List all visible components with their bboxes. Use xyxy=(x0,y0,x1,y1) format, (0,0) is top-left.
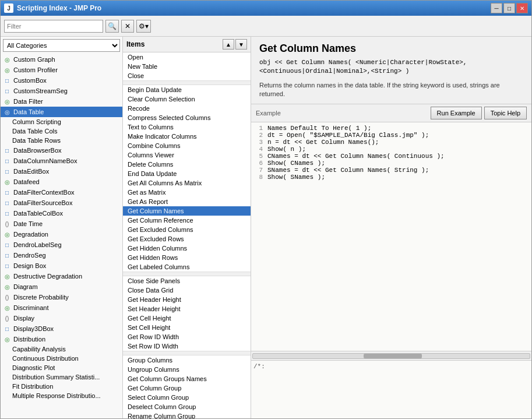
search-button[interactable]: 🔍 xyxy=(105,20,119,33)
category-label-discrete-probability: Discrete Probability xyxy=(13,294,69,301)
topic-help-button[interactable]: Topic Help xyxy=(484,107,527,119)
item-entry-ungroup-columns[interactable]: Ungroup Columns xyxy=(123,365,251,374)
item-entry-get-as-matrix[interactable]: Get as Matrix xyxy=(123,188,251,197)
item-entry-new-table[interactable]: New Table xyxy=(123,62,251,71)
category-item-continuous-distribution[interactable]: Continuous Distribution xyxy=(1,354,122,363)
category-dropdown[interactable]: All Categories xyxy=(3,39,120,52)
category-label-design-box: Design Box xyxy=(13,262,46,269)
category-item-diagnostic-plot[interactable]: Diagnostic Plot xyxy=(1,363,122,372)
category-item-diagram[interactable]: ◎Diagram xyxy=(1,281,122,292)
category-item-distribution[interactable]: ◎Distribution xyxy=(1,334,122,344)
item-entry-end-data-update[interactable]: End Data Update xyxy=(123,169,251,178)
code-area[interactable]: 1Names Default To Here( 1 );2dt = Open( … xyxy=(251,122,531,351)
category-item-datafiltersourcebox[interactable]: □DataFilterSourceBox xyxy=(1,198,122,208)
item-entry-get-column-groups-names[interactable]: Get Column Groups Names xyxy=(123,374,251,383)
category-item-display[interactable]: ()Display xyxy=(1,313,122,323)
category-item-datacolumnnamebox[interactable]: □DataColumnNameBox xyxy=(1,156,122,166)
categories-panel: All Categories ◎Custom Graph◎Custom Prof… xyxy=(1,37,123,418)
item-entry-make-indicator-columns[interactable]: Make Indicator Columns xyxy=(123,132,251,141)
run-example-button[interactable]: Run Example xyxy=(431,107,482,119)
category-item-data-table-cols[interactable]: Data Table Cols xyxy=(1,126,122,136)
settings-button[interactable]: ⚙▾ xyxy=(136,20,151,33)
item-entry-get-hidden-rows[interactable]: Get Hidden Rows xyxy=(123,253,251,262)
item-entry-get-all-columns-as-matrix[interactable]: Get All Columns As Matrix xyxy=(123,178,251,188)
category-item-multiple-response[interactable]: Multiple Response Distributio... xyxy=(1,391,122,400)
item-entry-get-column-names[interactable]: Get Column Names xyxy=(123,206,251,216)
line-number: 6 xyxy=(253,160,267,167)
maximize-button[interactable]: □ xyxy=(503,3,515,13)
category-item-degradation[interactable]: ◎Degradation xyxy=(1,229,122,240)
clear-filter-button[interactable]: ✕ xyxy=(121,20,134,33)
category-item-destructive-degradation[interactable]: ◎Destructive Degradation xyxy=(1,271,122,281)
item-entry-delete-columns[interactable]: Delete Columns xyxy=(123,160,251,169)
item-entry-get-labeled-columns[interactable]: Get Labeled Columns xyxy=(123,262,251,272)
category-item-data-filter[interactable]: ◎Data Filter xyxy=(1,96,122,107)
item-entry-deselect-column-group[interactable]: Deselect Column Group xyxy=(123,402,251,411)
items-nav-up[interactable]: ▲ xyxy=(223,39,234,50)
category-item-dataeditbox[interactable]: □DataEditBox xyxy=(1,166,122,177)
item-entry-set-row-id-width[interactable]: Set Row ID Width xyxy=(123,341,251,351)
item-entry-get-column-reference[interactable]: Get Column Reference xyxy=(123,216,251,225)
item-entry-open[interactable]: Open xyxy=(123,52,251,62)
horizontal-scrollbar[interactable] xyxy=(251,351,531,360)
item-entry-get-excluded-rows[interactable]: Get Excluded Rows xyxy=(123,234,251,244)
category-item-customstreamseg[interactable]: □CustomStreamSeg xyxy=(1,86,122,96)
item-entry-text-to-columns[interactable]: Text to Columns xyxy=(123,122,251,132)
item-entry-columns-viewer[interactable]: Columns Viewer xyxy=(123,150,251,160)
category-item-discrete-probability[interactable]: ()Discrete Probability xyxy=(1,292,122,302)
category-item-capability-analysis[interactable]: Capability Analysis xyxy=(1,344,122,354)
category-item-distribution-summary[interactable]: Distribution Summary Statisti... xyxy=(1,372,122,382)
toolbar: 🔍 ✕ ⚙▾ xyxy=(1,16,531,37)
item-entry-compress-selected-columns[interactable]: Compress Selected Columns xyxy=(123,113,251,122)
item-entry-close-side-panels[interactable]: Close Side Panels xyxy=(123,276,251,286)
category-item-datatablecolbox[interactable]: □DataTableColBox xyxy=(1,208,122,219)
line-number: 5 xyxy=(253,153,267,160)
item-entry-get-header-height[interactable]: Get Header Height xyxy=(123,295,251,304)
filter-input[interactable] xyxy=(4,20,103,33)
item-entry-get-row-id-width[interactable]: Get Row ID Width xyxy=(123,332,251,341)
category-item-date-time[interactable]: ()Date Time xyxy=(1,219,122,229)
item-entry-begin-data-update[interactable]: Begin Data Update xyxy=(123,85,251,94)
item-entry-get-column-group[interactable]: Get Column Group xyxy=(123,383,251,393)
item-entry-group-columns[interactable]: Group Columns xyxy=(123,355,251,365)
category-item-data-table-rows[interactable]: Data Table Rows xyxy=(1,136,122,145)
item-entry-set-header-height[interactable]: Set Header Height xyxy=(123,304,251,314)
item-entry-combine-columns[interactable]: Combine Columns xyxy=(123,141,251,150)
category-item-custombox[interactable]: □CustomBox xyxy=(1,75,122,86)
line-number: 1 xyxy=(253,125,267,132)
close-button[interactable]: ✕ xyxy=(516,3,528,13)
category-label-customstreamseg: CustomStreamSeg xyxy=(13,87,68,94)
category-item-discriminant[interactable]: ◎Discriminant xyxy=(1,302,122,313)
category-item-custom-profiler[interactable]: ◎Custom Profiler xyxy=(1,65,122,75)
item-entry-get-as-report[interactable]: Get As Report xyxy=(123,197,251,206)
item-entry-get-excluded-columns[interactable]: Get Excluded Columns xyxy=(123,225,251,234)
item-entry-close[interactable]: Close xyxy=(123,71,251,80)
minimize-button[interactable]: ─ xyxy=(491,3,502,13)
item-entry-clear-column-selection[interactable]: Clear Column Selection xyxy=(123,94,251,104)
item-entry-select-column-group[interactable]: Select Column Group xyxy=(123,393,251,402)
item-entry-recode[interactable]: Recode xyxy=(123,104,251,113)
item-entry-close-data-grid[interactable]: Close Data Grid xyxy=(123,286,251,295)
item-entry-rename-column-group[interactable]: Rename Column Group xyxy=(123,411,251,418)
category-item-dendroseg[interactable]: □DendroSeg xyxy=(1,250,122,260)
item-entry-get-cell-height[interactable]: Get Cell Height xyxy=(123,314,251,323)
category-label-custom-profiler: Custom Profiler xyxy=(13,66,58,73)
category-item-column-scripting[interactable]: Column Scripting xyxy=(1,117,122,126)
category-item-databrowserbox[interactable]: □DataBrowserBox xyxy=(1,145,122,156)
category-icon-datafeed: ◎ xyxy=(3,178,11,186)
output-area[interactable]: /*: xyxy=(251,360,531,418)
item-entry-get-hidden-columns[interactable]: Get Hidden Columns xyxy=(123,244,251,253)
category-item-data-table[interactable]: ◎Data Table xyxy=(1,107,122,117)
category-label-diagnostic-plot: Diagnostic Plot xyxy=(12,364,55,371)
category-item-custom-graph[interactable]: ◎Custom Graph xyxy=(1,54,122,65)
items-nav-down[interactable]: ▼ xyxy=(235,39,247,50)
category-item-design-box[interactable]: □Design Box xyxy=(1,260,122,271)
item-entry-set-cell-height[interactable]: Set Cell Height xyxy=(123,323,251,332)
items-nav: ▲ ▼ xyxy=(223,39,247,50)
category-item-display3dbox[interactable]: □Display3DBox xyxy=(1,323,122,334)
category-item-datafiltercontextbox[interactable]: □DataFilterContextBox xyxy=(1,187,122,198)
category-item-fit-distribution[interactable]: Fit Distribution xyxy=(1,382,122,391)
category-item-dendrolabelseg[interactable]: □DendroLabelSeg xyxy=(1,240,122,250)
items-list: OpenNew TableCloseBegin Data UpdateClear… xyxy=(123,52,251,418)
category-item-datafeed[interactable]: ◎Datafeed xyxy=(1,177,122,187)
